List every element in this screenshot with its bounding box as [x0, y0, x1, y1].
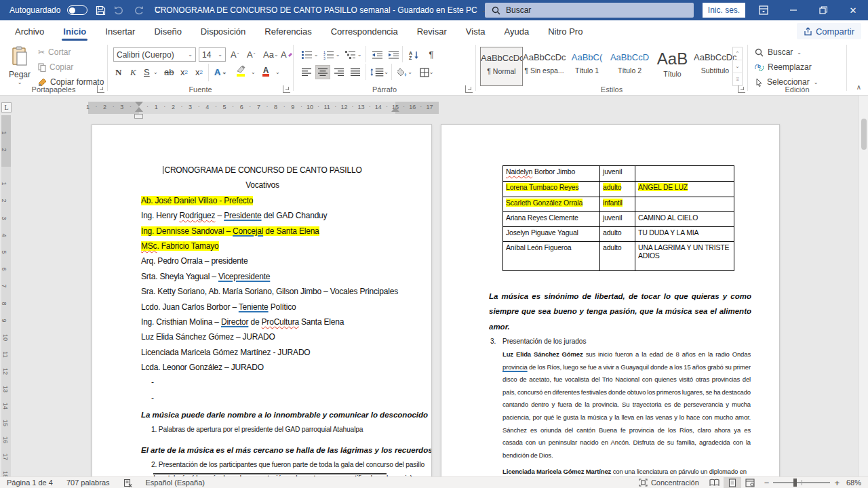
line-spacing-button[interactable]: ⌄: [370, 65, 389, 79]
doc-line[interactable]: Lcdo. Juan Carlos Borbor – Teniente Polí…: [141, 300, 385, 314]
page-indicator[interactable]: Página 1 de 4: [0, 477, 60, 488]
sign-in-button[interactable]: Inic. ses.: [703, 3, 745, 18]
proofing-errors-icon[interactable]: [117, 477, 139, 488]
numbering-dropdown-icon[interactable]: ⌄: [334, 47, 341, 62]
doc-line[interactable]: paciencia, por qué le gusta la música y …: [502, 411, 751, 424]
web-layout-view-icon[interactable]: [741, 477, 759, 488]
vertical-ruler[interactable]: 21123456789101112131415161718: [1, 115, 11, 476]
doc-line[interactable]: Ing. Cristhian Molina – Director de ProC…: [141, 314, 385, 329]
multilevel-list-button[interactable]: [342, 47, 357, 62]
multilevel-dropdown-icon[interactable]: ⌄: [356, 47, 363, 62]
save-icon[interactable]: [94, 4, 106, 16]
subscript-button[interactable]: x2: [178, 65, 190, 79]
ribbon-display-options-icon[interactable]: [749, 0, 778, 20]
text-highlight-button[interactable]: [234, 64, 248, 78]
tab-referencias[interactable]: Referencias: [255, 20, 321, 42]
page-2[interactable]: Naidelyn Borbor JimbojuvenilLorena Tumba…: [441, 124, 780, 476]
bullets-button[interactable]: [299, 47, 314, 62]
doc-line[interactable]: CRONOGRAMA DE CONCURSO DE CANTO PASILLO: [141, 163, 384, 178]
superscript-button[interactable]: x2: [193, 65, 205, 79]
close-icon[interactable]: ✕: [838, 0, 868, 20]
doc-line[interactable]: Licenciada Maricela Gómez Martínez - JUR…: [141, 345, 385, 360]
table-cell[interactable]: UNA LAGRIMA Y UN TRISTE ADIOS: [635, 242, 734, 271]
doc-line[interactable]: -: [141, 390, 385, 405]
autosave-toggle[interactable]: [67, 5, 87, 15]
bold-button[interactable]: N: [113, 65, 123, 79]
increase-indent-button[interactable]: [386, 47, 401, 62]
doc-line[interactable]: -: [141, 375, 385, 390]
left-indent-marker[interactable]: [134, 114, 143, 119]
doc-line[interactable]: Lcda. Leonor González – JURADO: [141, 360, 385, 375]
doc-line[interactable]: Arq. Pedro Orrala – presidente: [141, 253, 385, 268]
doc-line[interactable]: MSc. Fabricio Tamayo: [141, 239, 385, 253]
justify-button[interactable]: [348, 65, 363, 79]
doc-line[interactable]: cantando dentro y fuera de la provincia.…: [502, 399, 751, 411]
table-cell[interactable]: [635, 166, 734, 182]
style-título[interactable]: AaBTítulo: [651, 47, 694, 86]
tab-diseño[interactable]: Diseño: [144, 20, 191, 42]
doc-line[interactable]: 3.Presentación de los jurados: [490, 338, 586, 345]
tab-correspondencia[interactable]: Correspondencia: [321, 20, 408, 42]
bullets-dropdown-icon[interactable]: ⌄: [313, 47, 319, 62]
first-line-indent-marker[interactable]: [135, 102, 143, 106]
print-layout-view-icon[interactable]: [724, 477, 741, 488]
share-button[interactable]: Compartir: [797, 23, 861, 39]
collapse-ribbon-icon[interactable]: ∧: [856, 83, 861, 91]
show-formatting-marks-button[interactable]: ¶: [424, 47, 439, 62]
tab-archivo[interactable]: Archivo: [5, 20, 54, 42]
borders-button[interactable]: ⌄: [417, 65, 436, 79]
doc-line[interactable]: Licenciada Maricela Gómez Martínez con u…: [502, 466, 751, 476]
redo-icon[interactable]: [132, 4, 144, 16]
text-effects-button[interactable]: A⌄: [212, 65, 229, 79]
shading-button[interactable]: ⌄: [395, 65, 414, 79]
zoom-out-icon[interactable]: −: [764, 478, 770, 488]
replace-button[interactable]: bc Reemplazar: [755, 62, 812, 72]
doc-line[interactable]: disco de acetato, fue vocalista del Trio…: [502, 373, 751, 386]
doc-line[interactable]: siempre que sea bueno y tenga pasión, qu…: [489, 304, 751, 319]
doc-line[interactable]: provincia de los Ríos, luego se fue a vi…: [502, 361, 751, 374]
styles-scroll-up-icon[interactable]: ⌃: [733, 47, 742, 60]
doc-line[interactable]: casada con un peninsular nacido en Ancón…: [502, 436, 751, 449]
table-cell[interactable]: TU DUDA Y LA MIA: [635, 227, 734, 242]
table-cell[interactable]: Aníbal León Figueroa: [503, 242, 600, 271]
tab-disposición[interactable]: Disposición: [191, 20, 255, 42]
doc-line[interactable]: Sánchez es oriunda del cantón Buena fe p…: [502, 424, 751, 437]
table-cell[interactable]: adulto: [600, 242, 635, 271]
paragraph-dialog-launcher[interactable]: [465, 85, 473, 93]
doc-line[interactable]: 1. Palabras de apertura por el president…: [141, 423, 385, 437]
scrollbar-thumb[interactable]: [861, 119, 867, 150]
tab-nitro-pro[interactable]: Nitro Pro: [538, 20, 592, 42]
search-box[interactable]: Buscar: [485, 3, 694, 18]
styles-dialog-launcher[interactable]: [738, 85, 745, 93]
table-cell[interactable]: ANGEL DE LUZ: [635, 182, 734, 197]
doc-line[interactable]: Ing. Dennisse Sandoval – Concejal de San…: [141, 224, 385, 239]
style-normal[interactable]: AaBbCcDc¶ Normal: [480, 47, 523, 86]
font-dialog-launcher[interactable]: [283, 85, 290, 93]
restore-icon[interactable]: [808, 0, 838, 20]
zoom-in-icon[interactable]: +: [834, 478, 840, 488]
strikethrough-button[interactable]: ab: [162, 65, 176, 79]
table-cell[interactable]: Ariana Reyes Clemente: [503, 212, 600, 227]
grow-font-button[interactable]: Aˆ: [229, 47, 241, 62]
doc-line[interactable]: bendición de Dios.: [502, 449, 751, 462]
zoom-percentage[interactable]: 68%: [845, 479, 868, 487]
style-subtítulo[interactable]: AaBbCcDcSubtítulo: [694, 47, 736, 86]
doc-line[interactable]: Luz Elida Sánchez Gómez – JURADO: [141, 329, 385, 344]
table-cell[interactable]: infantil: [600, 197, 635, 212]
font-color-dropdown-icon[interactable]: ⌄: [273, 65, 282, 79]
focus-mode-button[interactable]: Concentración: [632, 477, 706, 488]
change-case-button[interactable]: Aa⌄: [261, 47, 281, 62]
doc-line[interactable]: 2. Presentación de los participantes que…: [141, 458, 385, 472]
tab-inicio[interactable]: Inicio: [54, 20, 96, 42]
horizontal-ruler[interactable]: 3·2·1··1·2·3·4·5·6·7·8·9·10·11·12·13·14·…: [88, 102, 439, 114]
right-indent-marker[interactable]: [391, 107, 399, 112]
font-size-combobox[interactable]: 14⌄: [199, 47, 226, 62]
undo-icon[interactable]: [113, 4, 125, 16]
tab-insertar[interactable]: Insertar: [96, 20, 144, 42]
doc-line[interactable]: Ab. José Daniel Villao - Prefecto: [141, 193, 385, 208]
doc-line[interactable]: El arte de la música es el más cercano s…: [141, 442, 385, 458]
font-color-button[interactable]: A: [260, 64, 272, 78]
table-cell[interactable]: juvenil: [600, 212, 635, 227]
shrink-font-button[interactable]: Aˇ: [245, 47, 257, 62]
style-título-1[interactable]: AaBbC(Título 1: [566, 47, 608, 86]
